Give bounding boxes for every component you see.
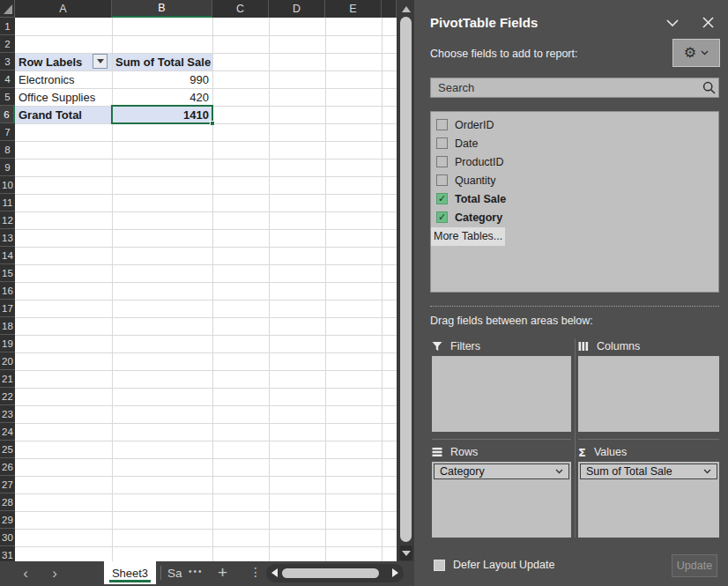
- rows-field-pill[interactable]: Category: [434, 464, 569, 479]
- row-header-12[interactable]: 12: [0, 211, 15, 229]
- filters-drop-area[interactable]: [432, 356, 571, 432]
- more-sheets-icon[interactable]: •••: [189, 567, 204, 576]
- field-checkbox-total-sale[interactable]: ✓: [436, 193, 448, 204]
- row-labels-filter-button[interactable]: [93, 54, 108, 69]
- field-item-category[interactable]: ✓Category: [431, 209, 718, 227]
- cell-B4[interactable]: 990: [112, 70, 212, 88]
- cell-B5[interactable]: 420: [112, 88, 212, 106]
- field-item-orderid[interactable]: OrderID: [431, 116, 718, 135]
- row-header-10[interactable]: 10: [0, 176, 15, 194]
- gridline: [15, 247, 397, 248]
- cell-grid[interactable]: Row LabelsSum of Total SaleElectronics99…: [15, 18, 397, 561]
- field-checkbox-orderid[interactable]: [436, 119, 448, 130]
- gridline: [15, 458, 397, 459]
- field-checkbox-category[interactable]: ✓: [436, 211, 448, 223]
- row-header-21[interactable]: 21: [0, 370, 15, 388]
- rows-drop-area[interactable]: Category: [432, 462, 571, 538]
- gridline: [15, 405, 397, 406]
- row-header-22[interactable]: 22: [0, 388, 15, 405]
- row-header-13[interactable]: 13: [0, 229, 15, 247]
- row-header-28[interactable]: 28: [0, 493, 15, 511]
- values-field-pill[interactable]: Sum of Total Sale: [580, 464, 717, 479]
- gridline: [269, 18, 270, 561]
- cell-A6-grand-total[interactable]: Grand Total: [15, 106, 112, 123]
- row-header-8[interactable]: 8: [0, 141, 15, 159]
- scroll-up-icon[interactable]: [402, 6, 411, 12]
- row-header-23[interactable]: 23: [0, 405, 15, 423]
- col-header-partial[interactable]: [382, 0, 397, 18]
- field-checkbox-date[interactable]: [436, 137, 448, 149]
- cell-B3-sum-of-total-sale[interactable]: Sum of Total Sale: [112, 53, 212, 70]
- row-header-16[interactable]: 16: [0, 282, 15, 300]
- col-header-B[interactable]: B: [112, 0, 212, 18]
- scroll-right-icon[interactable]: [392, 568, 398, 577]
- row-header-29[interactable]: 29: [0, 511, 15, 529]
- vertical-scrollbar[interactable]: [398, 0, 413, 561]
- search-input[interactable]: [430, 78, 719, 98]
- row-header-3[interactable]: 3: [0, 53, 15, 70]
- row-header-14[interactable]: 14: [0, 247, 15, 264]
- field-checkbox-quantity[interactable]: [436, 174, 448, 186]
- row-header-26[interactable]: 26: [0, 458, 15, 476]
- more-tables-label: More Tables...: [431, 227, 505, 245]
- select-all-triangle-icon: [4, 4, 12, 14]
- horizontal-scrollbar-thumb[interactable]: [282, 568, 379, 578]
- field-item-total-sale[interactable]: ✓Total Sale: [431, 190, 718, 209]
- sheet-options-icon[interactable]: ⋮: [249, 565, 262, 579]
- defer-layout-checkbox[interactable]: [434, 560, 445, 571]
- cell-A4[interactable]: Electronics: [15, 70, 112, 88]
- row-header-15[interactable]: 15: [0, 264, 15, 282]
- row-header-6[interactable]: 6: [0, 106, 15, 123]
- tab-sheet3[interactable]: Sheet3: [104, 561, 156, 584]
- tools-button[interactable]: ⚙: [672, 39, 720, 67]
- gridline: [15, 194, 397, 195]
- row-header-20[interactable]: 20: [0, 352, 15, 370]
- field-item-date[interactable]: Date: [431, 135, 718, 153]
- row-header-27[interactable]: 27: [0, 476, 15, 493]
- tab-partial-sheet[interactable]: Sa: [167, 566, 182, 582]
- selected-cell-border-B6[interactable]: [111, 105, 213, 124]
- field-checkbox-productid[interactable]: [436, 156, 448, 167]
- row-header-24[interactable]: 24: [0, 423, 15, 441]
- active-sheet-label: Sheet3: [112, 567, 148, 580]
- row-header-17[interactable]: 17: [0, 300, 15, 317]
- col-header-E[interactable]: E: [325, 0, 382, 18]
- horizontal-scrollbar[interactable]: [266, 564, 404, 582]
- row-header-7[interactable]: 7: [0, 123, 15, 141]
- scroll-left-icon[interactable]: [271, 568, 278, 577]
- close-panel-button[interactable]: [701, 15, 716, 30]
- row-headers: 1234567891011121314151617181920212223242…: [0, 18, 15, 561]
- row-header-1[interactable]: 1: [0, 18, 15, 35]
- prev-sheet-button[interactable]: ‹: [19, 567, 32, 581]
- cell-A5[interactable]: Office Supplies: [15, 88, 112, 106]
- row-header-5[interactable]: 5: [0, 88, 15, 106]
- field-item-quantity[interactable]: Quantity: [431, 172, 718, 190]
- row-header-11[interactable]: 11: [0, 194, 15, 211]
- row-header-30[interactable]: 30: [0, 529, 15, 546]
- field-label-orderid: OrderID: [455, 116, 494, 134]
- columns-drop-area[interactable]: [578, 356, 719, 432]
- defer-layout-label: Defer Layout Update: [453, 559, 554, 571]
- values-drop-area[interactable]: Sum of Total Sale: [578, 462, 719, 538]
- row-header-18[interactable]: 18: [0, 317, 15, 335]
- row-header-9[interactable]: 9: [0, 159, 15, 176]
- next-sheet-button[interactable]: ›: [48, 567, 61, 581]
- row-header-19[interactable]: 19: [0, 335, 15, 352]
- fill-handle[interactable]: [210, 121, 215, 126]
- add-sheet-button[interactable]: +: [218, 563, 227, 582]
- vertical-scrollbar-thumb[interactable]: [400, 17, 412, 542]
- select-all-corner[interactable]: [0, 0, 15, 18]
- col-header-A[interactable]: A: [15, 0, 112, 18]
- col-header-C[interactable]: C: [212, 0, 269, 18]
- col-header-D[interactable]: D: [269, 0, 325, 18]
- scroll-down-button[interactable]: [399, 545, 412, 560]
- row-header-2[interactable]: 2: [0, 35, 15, 53]
- row-header-4[interactable]: 4: [0, 70, 15, 88]
- update-button[interactable]: Update: [672, 554, 717, 577]
- collapse-panel-button[interactable]: [665, 16, 680, 30]
- row-header-25[interactable]: 25: [0, 441, 15, 458]
- more-tables-link[interactable]: More Tables...: [431, 227, 505, 246]
- row-header-31[interactable]: 31: [0, 546, 15, 561]
- field-item-productid[interactable]: ProductID: [431, 153, 718, 172]
- rows-field-label: Category: [440, 465, 485, 478]
